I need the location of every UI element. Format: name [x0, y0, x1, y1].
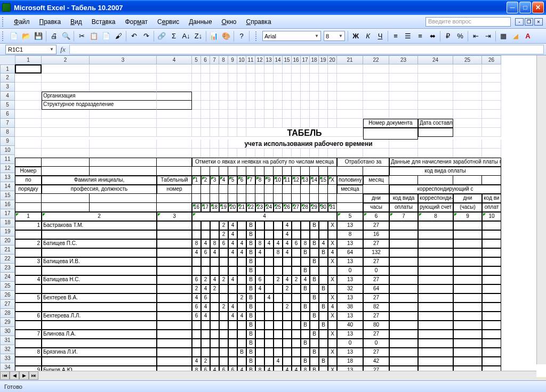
menu-window[interactable]: Окно: [218, 17, 241, 27]
vertical-scrollbar[interactable]: [536, 55, 546, 364]
row-headers[interactable]: 1234567891011121314151617181920212223242…: [0, 55, 15, 377]
menu-insert[interactable]: Вставка: [87, 17, 120, 27]
fill-color-button[interactable]: ◢: [510, 30, 521, 42]
tab-prev[interactable]: ◀: [10, 371, 19, 380]
redo-button[interactable]: ↷: [140, 30, 152, 42]
menu-help[interactable]: Справка: [242, 17, 275, 27]
window-titlebar: Microsoft Excel - Табель 10.2007 ─ □ ✕: [0, 0, 546, 15]
sort-asc-button[interactable]: A↓: [180, 30, 192, 42]
standard-toolbar: 📄 📂 💾 🖨 🔍 ✂ 📋 📄 🖌 ↶ ↷ 🔗 Σ A↓ Z↓ 📊 🎨 ? Ar…: [0, 29, 546, 44]
minimize-button[interactable]: ─: [507, 2, 518, 13]
sheet-tabs[interactable]: ⏮ ◀ ▶ ⏭: [0, 371, 38, 380]
link-button[interactable]: 🔗: [156, 30, 167, 42]
italic-button[interactable]: К: [362, 30, 374, 42]
open-button[interactable]: 📂: [20, 30, 32, 42]
tab-first[interactable]: ⏮: [0, 371, 10, 380]
align-center-button[interactable]: ☰: [402, 30, 414, 42]
status-bar: Готово: [0, 380, 546, 392]
align-left-button[interactable]: ≡: [390, 30, 402, 42]
tab-last[interactable]: ⏭: [29, 371, 38, 380]
menu-format[interactable]: Формат: [121, 17, 152, 27]
formula-bar: R1C1▼ fx: [0, 44, 546, 55]
align-right-button[interactable]: ≡: [414, 30, 426, 42]
underline-button[interactable]: Ч: [374, 30, 386, 42]
close-button[interactable]: ✕: [532, 2, 544, 13]
indent-inc-button[interactable]: ⇥: [482, 30, 494, 42]
percent-button[interactable]: %: [454, 30, 466, 42]
doc-minimize[interactable]: -: [515, 18, 524, 26]
window-title: Microsoft Excel - Табель 10.2007: [14, 4, 123, 12]
maximize-button[interactable]: □: [519, 2, 531, 13]
font-color-button[interactable]: A: [522, 30, 534, 42]
menu-bar: Файл Правка Вид Вставка Формат Сервис Да…: [0, 15, 546, 29]
save-button[interactable]: 💾: [33, 30, 44, 42]
borders-button[interactable]: ▦: [497, 30, 509, 42]
font-selector[interactable]: Arial▼: [262, 31, 321, 41]
chart-button[interactable]: 📊: [208, 30, 220, 42]
copy-button[interactable]: 📋: [88, 30, 100, 42]
help-button[interactable]: ?: [236, 30, 247, 42]
worksheet-area[interactable]: 1234567891011121314151617181920212223242…: [0, 55, 546, 377]
ask-question-box[interactable]: Введите вопрос: [425, 17, 511, 27]
menu-edit[interactable]: Правка: [35, 17, 66, 27]
cut-button[interactable]: ✂: [76, 30, 87, 42]
menu-data[interactable]: Данные: [184, 17, 216, 27]
fx-icon[interactable]: fx: [57, 45, 69, 54]
cell-grid[interactable]: ОрганизацияСтруктурное подразделениеНоме…: [15, 64, 501, 377]
sort-desc-button[interactable]: Z↓: [192, 30, 204, 42]
menu-file[interactable]: Файл: [10, 17, 34, 27]
column-headers[interactable]: 1234567891011121314151617181920212223242…: [15, 55, 501, 64]
menu-tools[interactable]: Сервис: [153, 17, 183, 27]
format-painter-button[interactable]: 🖌: [113, 30, 124, 42]
doc-restore[interactable]: ❐: [525, 18, 533, 26]
preview-button[interactable]: 🔍: [60, 30, 72, 42]
merge-button[interactable]: ⬌: [427, 30, 438, 42]
indent-dec-button[interactable]: ⇤: [470, 30, 481, 42]
status-text: Готово: [4, 383, 22, 390]
new-button[interactable]: 📄: [8, 30, 20, 42]
undo-button[interactable]: ↶: [128, 30, 140, 42]
currency-button[interactable]: ₽: [442, 30, 454, 42]
name-box[interactable]: R1C1▼: [5, 45, 57, 54]
drawing-button[interactable]: 🎨: [220, 30, 232, 42]
sum-button[interactable]: Σ: [168, 30, 180, 42]
doc-close[interactable]: ×: [534, 18, 543, 26]
formula-input[interactable]: [69, 45, 544, 54]
horizontal-scrollbar[interactable]: [0, 371, 536, 380]
tab-next[interactable]: ▶: [19, 371, 29, 380]
print-button[interactable]: 🖨: [48, 30, 60, 42]
paste-button[interactable]: 📄: [100, 30, 112, 42]
size-selector[interactable]: 8▼: [324, 31, 345, 41]
menu-view[interactable]: Вид: [66, 17, 86, 27]
excel-icon: [2, 3, 11, 12]
bold-button[interactable]: Ж: [350, 30, 362, 42]
